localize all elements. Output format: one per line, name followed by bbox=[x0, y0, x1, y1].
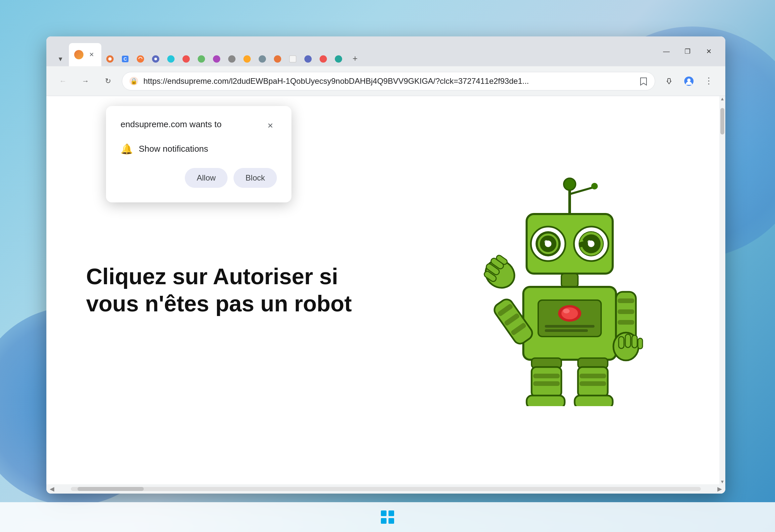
url-bar[interactable]: 🔒 https://endsupreme.com/l2dudEWBpaH-1Qo… bbox=[122, 72, 655, 90]
svg-point-18 bbox=[335, 55, 342, 63]
scroll-thumb[interactable] bbox=[720, 108, 724, 134]
svg-rect-77 bbox=[575, 396, 613, 406]
start-button[interactable] bbox=[379, 509, 396, 525]
taskbar bbox=[0, 502, 775, 532]
svg-point-8 bbox=[182, 55, 190, 63]
site-security-icon: 🔒 bbox=[129, 76, 139, 86]
svg-point-6 bbox=[154, 57, 157, 61]
svg-point-12 bbox=[243, 55, 251, 63]
svg-point-11 bbox=[228, 55, 235, 63]
page-text-section: Cliquez sur Autoriser si vous n'êtes pas… bbox=[86, 263, 454, 317]
svg-point-1 bbox=[108, 57, 112, 61]
heading-line2: vous n'êtes pas un robot bbox=[86, 291, 352, 316]
tab-icon-13[interactable] bbox=[285, 52, 300, 66]
svg-rect-66 bbox=[632, 335, 637, 348]
h-scroll-track bbox=[71, 487, 701, 491]
svg-point-22 bbox=[687, 78, 691, 82]
new-tab-button[interactable]: + bbox=[347, 50, 363, 66]
popup-buttons: Allow Block bbox=[121, 168, 277, 188]
svg-text:🔒: 🔒 bbox=[130, 77, 138, 85]
svg-rect-75 bbox=[580, 374, 606, 378]
svg-point-14 bbox=[274, 55, 281, 63]
tab-bar: ▾ ✕ C bbox=[53, 36, 654, 66]
tab-icon-1[interactable] bbox=[103, 52, 117, 66]
svg-point-4 bbox=[137, 55, 144, 63]
robot-image bbox=[474, 174, 666, 406]
page-heading: Cliquez sur Autoriser si vous n'êtes pas… bbox=[86, 263, 434, 317]
popup-title: endsupreme.com wants to bbox=[121, 119, 221, 129]
svg-rect-65 bbox=[625, 334, 631, 348]
close-button[interactable]: ✕ bbox=[699, 43, 719, 59]
tab-icon-12[interactable] bbox=[270, 52, 285, 66]
tab-icon-11[interactable] bbox=[255, 52, 269, 66]
tab-icon-4[interactable] bbox=[148, 52, 163, 66]
vertical-scrollbar[interactable]: ▲ ▼ bbox=[719, 96, 725, 484]
robot-section bbox=[454, 174, 686, 406]
minimize-button[interactable]: — bbox=[656, 43, 676, 59]
nav-actions: ⋮ bbox=[660, 73, 717, 90]
svg-rect-41 bbox=[561, 274, 578, 287]
menu-button[interactable]: ⋮ bbox=[700, 73, 717, 90]
maximize-button[interactable]: ❐ bbox=[678, 43, 698, 59]
popup-permission-row: 🔔 Show notifications bbox=[121, 143, 277, 155]
tab-close-button[interactable]: ✕ bbox=[87, 50, 96, 59]
heading-line1: Cliquez sur Autoriser si bbox=[86, 264, 338, 289]
tab-icon-9[interactable] bbox=[224, 52, 239, 66]
tab-icon-16[interactable] bbox=[331, 52, 346, 66]
svg-point-7 bbox=[167, 55, 174, 63]
block-button[interactable]: Block bbox=[233, 168, 277, 188]
active-tab[interactable]: ✕ bbox=[69, 43, 101, 66]
scroll-right-arrow[interactable]: ▶ bbox=[714, 485, 725, 493]
tab-group-btn[interactable]: ▾ bbox=[53, 52, 68, 66]
svg-point-9 bbox=[198, 55, 205, 63]
svg-rect-73 bbox=[527, 396, 565, 406]
svg-point-34 bbox=[545, 240, 548, 243]
svg-rect-62 bbox=[618, 320, 634, 325]
tab-icon-5[interactable] bbox=[164, 52, 178, 66]
h-scroll-thumb[interactable] bbox=[77, 487, 144, 491]
svg-rect-64 bbox=[619, 337, 624, 349]
scroll-left-arrow[interactable]: ◀ bbox=[46, 485, 58, 493]
tab-icon-15[interactable] bbox=[316, 52, 330, 66]
nav-bar: ← → ↻ 🔒 https://endsupreme.com/l2dudEWBp… bbox=[46, 66, 725, 96]
forward-button[interactable]: → bbox=[77, 73, 94, 90]
profile-button[interactable] bbox=[680, 73, 698, 90]
svg-rect-61 bbox=[618, 310, 634, 314]
tab-icon-14[interactable] bbox=[301, 52, 315, 66]
scroll-down-arrow[interactable]: ▼ bbox=[720, 479, 725, 484]
svg-rect-81 bbox=[389, 518, 394, 524]
svg-point-47 bbox=[563, 309, 570, 314]
extensions-button[interactable] bbox=[660, 73, 678, 90]
svg-point-13 bbox=[259, 55, 266, 63]
permission-description: Show notifications bbox=[139, 144, 208, 154]
svg-rect-48 bbox=[545, 325, 595, 328]
tab-icon-8[interactable] bbox=[209, 52, 224, 66]
popup-close-button[interactable]: ✕ bbox=[264, 119, 277, 132]
permission-popup: endsupreme.com wants to ✕ 🔔 Show notific… bbox=[106, 106, 291, 202]
svg-point-17 bbox=[319, 55, 327, 63]
svg-rect-67 bbox=[638, 338, 643, 349]
bookmark-icon[interactable] bbox=[639, 76, 648, 86]
tab-icon-6[interactable] bbox=[179, 52, 193, 66]
tab-icon-7[interactable] bbox=[194, 52, 209, 66]
tab-icon-3[interactable] bbox=[133, 52, 148, 66]
back-button[interactable]: ← bbox=[54, 73, 72, 90]
svg-point-10 bbox=[213, 55, 220, 63]
svg-rect-49 bbox=[545, 329, 588, 332]
svg-rect-60 bbox=[618, 299, 634, 303]
tab-icon-2[interactable]: C bbox=[118, 52, 132, 66]
bell-icon: 🔔 bbox=[121, 143, 133, 155]
reload-button[interactable]: ↻ bbox=[99, 73, 117, 90]
tab-icon-10[interactable] bbox=[240, 52, 254, 66]
allow-button[interactable]: Allow bbox=[185, 168, 227, 188]
horizontal-scrollbar[interactable]: ◀ ▶ bbox=[46, 484, 725, 494]
scroll-up-arrow[interactable]: ▲ bbox=[720, 96, 725, 101]
svg-text:C: C bbox=[123, 56, 127, 62]
browser-window: ▾ ✕ C bbox=[46, 36, 725, 494]
url-text: https://endsupreme.com/l2dudEWBpaH-1QobU… bbox=[143, 76, 634, 86]
svg-rect-80 bbox=[381, 518, 386, 524]
svg-rect-71 bbox=[533, 374, 560, 378]
svg-rect-72 bbox=[533, 381, 560, 386]
svg-point-24 bbox=[564, 178, 576, 190]
svg-rect-79 bbox=[389, 510, 394, 516]
